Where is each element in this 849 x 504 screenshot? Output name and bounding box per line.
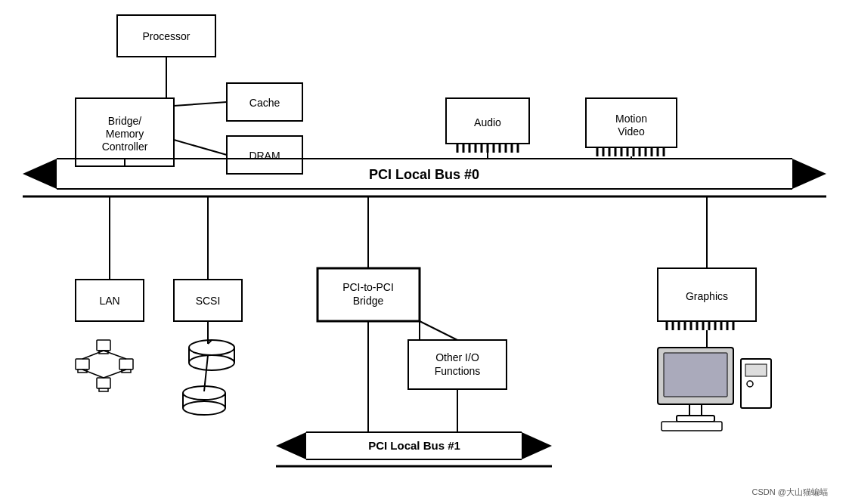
svg-rect-116 bbox=[745, 364, 767, 376]
svg-marker-38 bbox=[23, 159, 57, 189]
svg-text:Functions: Functions bbox=[435, 365, 481, 377]
svg-rect-114 bbox=[677, 416, 714, 422]
svg-rect-112 bbox=[664, 353, 727, 397]
svg-rect-113 bbox=[689, 404, 702, 416]
svg-point-100 bbox=[189, 340, 234, 355]
svg-text:PCI-to-PCI: PCI-to-PCI bbox=[342, 281, 394, 293]
svg-text:Bridge: Bridge bbox=[353, 295, 384, 307]
svg-text:DRAM: DRAM bbox=[249, 150, 280, 162]
architecture-diagram: Processor Bridge/ Memory Controller Cach… bbox=[0, 0, 849, 504]
svg-text:LAN: LAN bbox=[99, 295, 119, 307]
svg-rect-119 bbox=[662, 422, 722, 431]
svg-rect-90 bbox=[76, 359, 89, 369]
svg-line-99 bbox=[104, 369, 126, 378]
svg-line-65 bbox=[420, 321, 457, 340]
svg-text:SCSI: SCSI bbox=[196, 295, 221, 307]
svg-rect-88 bbox=[97, 340, 110, 351]
svg-marker-81 bbox=[276, 432, 306, 459]
svg-text:Controller: Controller bbox=[102, 141, 148, 153]
svg-marker-39 bbox=[792, 159, 826, 189]
svg-line-95 bbox=[104, 351, 126, 359]
svg-text:Cache: Cache bbox=[249, 97, 280, 109]
svg-rect-96 bbox=[97, 378, 110, 388]
svg-point-107 bbox=[183, 401, 225, 415]
svg-text:Processor: Processor bbox=[142, 30, 190, 42]
svg-text:Motion: Motion bbox=[615, 113, 647, 125]
svg-text:PCI Local Bus #1: PCI Local Bus #1 bbox=[368, 439, 460, 452]
svg-line-46 bbox=[174, 102, 227, 106]
svg-text:PCI Local Bus #0: PCI Local Bus #0 bbox=[369, 167, 479, 182]
svg-text:Video: Video bbox=[618, 125, 645, 138]
svg-point-103 bbox=[189, 355, 234, 370]
svg-rect-97 bbox=[99, 388, 108, 391]
svg-line-98 bbox=[82, 369, 104, 378]
svg-rect-92 bbox=[119, 359, 133, 369]
diagram: Processor Bridge/ Memory Controller Cach… bbox=[0, 0, 849, 504]
svg-text:Audio: Audio bbox=[474, 116, 501, 128]
svg-text:Memory: Memory bbox=[106, 128, 144, 140]
svg-text:Bridge/: Bridge/ bbox=[108, 115, 141, 127]
svg-marker-82 bbox=[522, 432, 552, 459]
svg-text:Other I/O: Other I/O bbox=[435, 351, 479, 363]
svg-text:Graphics: Graphics bbox=[686, 290, 728, 302]
svg-line-94 bbox=[82, 351, 104, 359]
svg-text:CSDN @大山猫蝙蝠: CSDN @大山猫蝙蝠 bbox=[752, 487, 828, 496]
svg-line-47 bbox=[174, 140, 227, 155]
